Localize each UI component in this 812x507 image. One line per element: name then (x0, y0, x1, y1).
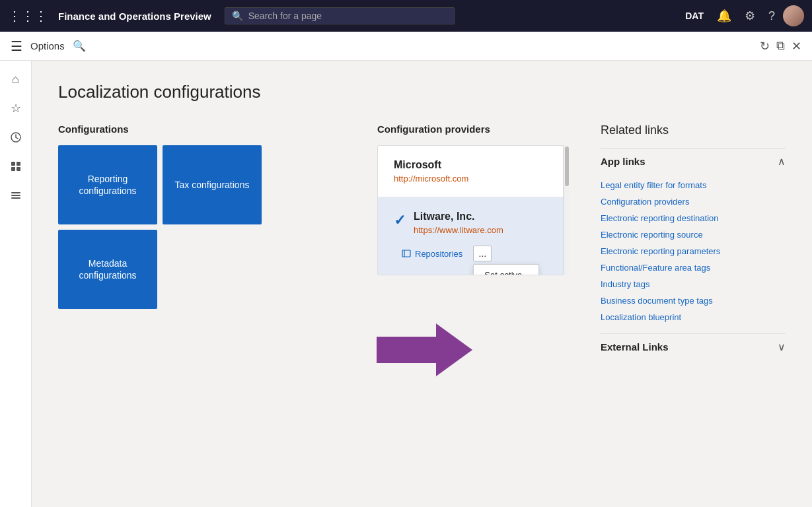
scroll-track[interactable] (564, 145, 569, 275)
provider-card-litware[interactable]: ✓ Litware, Inc. https://www.litware.com … (378, 197, 563, 275)
app-links-header[interactable]: App links ∧ (601, 148, 786, 174)
tiles-grid: Reporting configurations Tax configurati… (58, 145, 346, 309)
search-input[interactable] (248, 11, 447, 21)
sidebar-item-workspace[interactable] (3, 153, 29, 180)
secondbar: ☰ Options 🔍 ↻ ⧉ ✕ (0, 32, 812, 61)
providers-section: Configuration providers Microsoft http:/… (377, 123, 569, 275)
content-area: Localization configurations Configuratio… (32, 61, 812, 507)
link-er-destination[interactable]: Electronic reporting destination (601, 210, 786, 226)
svg-rect-4 (17, 167, 20, 171)
sidebar-item-recent[interactable] (3, 124, 29, 151)
link-legal-entity[interactable]: Legal entity filter for formats (601, 177, 786, 193)
set-active-menu-item[interactable]: Set active (474, 265, 538, 275)
provider-card-microsoft[interactable]: Microsoft http://microsoft.com (378, 146, 563, 197)
link-functional-tags[interactable]: Functional/Feature area tags (601, 259, 786, 276)
scroll-thumb (565, 147, 569, 186)
sidebar-item-favorites[interactable]: ☆ (3, 95, 29, 121)
context-menu-popup: Set active (473, 264, 539, 275)
provider-info-litware: Litware, Inc. https://www.litware.com (414, 211, 547, 235)
sidebar-item-home[interactable]: ⌂ (3, 66, 29, 92)
external-links-header[interactable]: External Links ∨ (601, 333, 786, 360)
provider-url-litware: https://www.litware.com (414, 225, 547, 235)
provider-url-microsoft: http://microsoft.com (394, 174, 547, 184)
link-industry-tags[interactable]: Industry tags (601, 276, 786, 292)
providers-scroll-area: Microsoft http://microsoft.com ✓ Litware… (377, 145, 569, 275)
more-button[interactable]: ... (473, 246, 492, 261)
app-links-title: App links (601, 156, 646, 167)
external-links-section: External Links ∨ (601, 333, 786, 360)
link-business-doc-tags[interactable]: Business document type tags (601, 292, 786, 309)
svg-rect-3 (11, 167, 15, 171)
svg-rect-5 (11, 192, 20, 193)
external-links-chevron: ∨ (778, 341, 786, 353)
svg-rect-1 (11, 162, 15, 166)
link-er-parameters[interactable]: Electronic reporting parameters (601, 243, 786, 259)
secondbar-search-icon[interactable]: 🔍 (73, 40, 86, 52)
help-icon[interactable]: ? (768, 9, 775, 23)
app-links-chevron: ∧ (778, 155, 786, 168)
main-layout: ⌂ ☆ Localization configurations Configur… (0, 61, 812, 507)
secondbar-actions: ↻ ⧉ ✕ (760, 39, 801, 53)
left-sidebar: ⌂ ☆ (0, 61, 32, 507)
link-er-source[interactable]: Electronic reporting source (601, 226, 786, 243)
link-config-providers[interactable]: Configuration providers (601, 193, 786, 210)
search-icon: 🔍 (232, 11, 243, 21)
close-icon[interactable]: ✕ (792, 39, 801, 53)
tile-reporting[interactable]: Reporting configurations (58, 145, 157, 224)
avatar[interactable] (783, 5, 804, 26)
svg-rect-2 (17, 162, 20, 166)
related-links-heading: Related links (601, 123, 786, 137)
settings-icon[interactable]: ⚙ (745, 9, 755, 23)
page-title: Localization configurations (58, 82, 786, 102)
open-new-icon[interactable]: ⧉ (776, 39, 785, 53)
sections-row: Configurations Reporting configurations … (58, 123, 786, 360)
svg-rect-6 (11, 195, 20, 196)
provider-name-litware: Litware, Inc. (414, 211, 547, 222)
tile-tax[interactable]: Tax configurations (163, 145, 262, 224)
provider-actions: Repositories ... Set active (394, 246, 547, 261)
search-box[interactable]: 🔍 (225, 7, 455, 24)
configurations-heading: Configurations (58, 123, 346, 135)
provider-active-row: ✓ Litware, Inc. https://www.litware.com (394, 211, 547, 235)
providers-heading: Configuration providers (377, 123, 569, 135)
providers-list: Microsoft http://microsoft.com ✓ Litware… (377, 145, 564, 275)
tile-metadata[interactable]: Metadata configurations (58, 230, 157, 309)
link-localization-blueprint[interactable]: Localization blueprint (601, 309, 786, 325)
svg-rect-7 (11, 197, 20, 199)
repositories-button[interactable]: Repositories (396, 246, 468, 261)
topbar: ⋮⋮⋮ Finance and Operations Preview 🔍 DAT… (0, 0, 812, 32)
app-links-section: App links ∧ Legal entity filter for form… (601, 148, 786, 333)
sidebar-item-modules[interactable] (3, 182, 29, 209)
app-links-list: Legal entity filter for formats Configur… (601, 174, 786, 333)
external-links-title: External Links (601, 341, 669, 353)
more-menu: ... Set active (473, 246, 492, 261)
refresh-icon[interactable]: ↻ (760, 39, 770, 53)
app-title: Finance and Operations Preview (58, 11, 211, 22)
provider-name-microsoft: Microsoft (394, 159, 547, 171)
hamburger-icon[interactable]: ☰ (11, 38, 22, 54)
active-checkmark: ✓ (394, 212, 406, 229)
bell-icon[interactable]: 🔔 (717, 9, 731, 23)
grid-icon[interactable]: ⋮⋮⋮ (8, 8, 48, 24)
svg-rect-8 (402, 250, 410, 257)
env-label: DAT (685, 11, 704, 21)
related-links-section: Related links App links ∧ Legal entity f… (601, 123, 786, 360)
configurations-section: Configurations Reporting configurations … (58, 123, 346, 309)
options-label: Options (30, 40, 65, 51)
